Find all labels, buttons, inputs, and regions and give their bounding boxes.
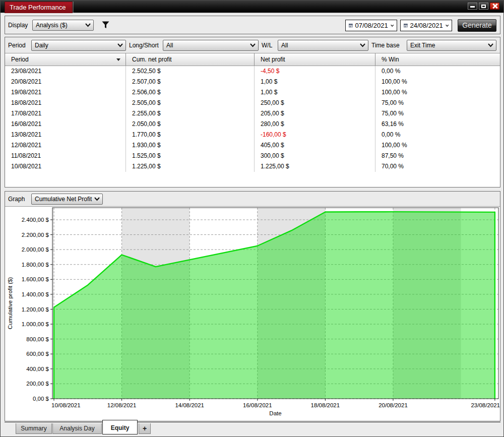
graph-panel: Graph Cumulative Net Profit 0,00 $200,00… (5, 191, 500, 421)
table-row[interactable]: 17/08/20212.255,00 $205,00 $75,00 % (5, 108, 500, 119)
table-cell: 0,00 % (375, 66, 500, 77)
y-tick-label: 1.600,00 $ (22, 276, 49, 282)
display-label: Display (8, 20, 28, 31)
close-icon (492, 4, 497, 9)
title-bar: Trade Performance (1, 1, 503, 13)
timebase-filter-dropdown[interactable]: Exit Time (407, 40, 496, 51)
period-filter-label: Period (8, 40, 26, 51)
y-tick-label: 2.400,00 $ (22, 217, 49, 223)
column-header-cum-net-profit[interactable]: Cum. net profit (126, 53, 255, 66)
y-tick-label: 600,00 $ (26, 351, 49, 357)
graph-type-dropdown[interactable]: Cumulative Net Profit (31, 194, 103, 205)
period-filter-dropdown[interactable]: Daily (31, 40, 126, 51)
table-cell: 1.770,00 $ (126, 130, 255, 140)
tab-summary[interactable]: Summary (16, 423, 52, 434)
table-cell: 2.255,00 $ (126, 108, 255, 119)
table-cell: 11/08/2021 (5, 151, 126, 161)
tab-equity[interactable]: Equity (102, 420, 138, 434)
table-cell: 2.502,50 $ (126, 66, 255, 77)
sort-desc-icon (116, 58, 120, 61)
table-cell: 12/08/2021 (5, 140, 126, 151)
table-cell: 100,00 % (375, 87, 500, 98)
table-row[interactable]: 23/08/20212.502,50 $-4,50 $0,00 % (5, 66, 500, 77)
chevron-down-icon (250, 43, 256, 47)
maximize-icon (481, 5, 486, 8)
column-header-net-profit[interactable]: Net profit (255, 53, 375, 66)
table-cell: 2.507,00 $ (126, 77, 255, 87)
tab-analysis-day[interactable]: Analysis Day (52, 423, 102, 434)
graph-label: Graph (8, 194, 25, 205)
wl-filter-label: W/L (262, 40, 272, 51)
bottom-tab-bar: Summary Analysis Day Equity + (5, 422, 500, 435)
table-cell: 10/08/2021 (5, 161, 126, 172)
table-cell: 100,00 % (375, 140, 500, 151)
table-body: 23/08/20212.502,50 $-4,50 $0,00 %20/08/2… (5, 66, 500, 172)
table-cell: 19/08/2021 (5, 87, 126, 98)
x-tick-label: 18/08/2021 (311, 402, 340, 408)
column-header-pct-win[interactable]: % Win (375, 53, 500, 66)
table-row[interactable]: 11/08/20211.525,00 $300,00 $87,50 % (5, 151, 500, 161)
graph-toolbar: Graph Cumulative Net Profit (5, 192, 500, 207)
add-tab-button[interactable]: + (139, 423, 151, 434)
calendar-icon (349, 22, 353, 29)
table-cell: 16/08/2021 (5, 119, 126, 130)
filter-icon[interactable] (102, 21, 109, 29)
table-cell: 2.050,00 $ (126, 119, 255, 130)
x-tick-label: 23/08/2021 (471, 402, 500, 408)
minimize-button[interactable] (468, 3, 477, 10)
chevron-down-icon (360, 43, 365, 47)
y-tick-label: 800,00 $ (26, 336, 49, 342)
close-button[interactable] (490, 3, 499, 10)
x-tick-label: 20/08/2021 (379, 402, 408, 408)
table-cell: 75,00 % (375, 108, 500, 119)
date-to-picker[interactable]: 24/08/2021 (400, 20, 452, 31)
chevron-down-icon (488, 43, 493, 47)
table-cell: 405,00 $ (255, 140, 375, 151)
table-cell: 18/08/2021 (5, 98, 126, 108)
x-tick-label: 14/08/2021 (175, 402, 204, 408)
date-from-value: 07/08/2021 (355, 22, 388, 29)
y-tick-label: 1.400,00 $ (22, 291, 49, 297)
x-axis-title: Date (269, 410, 281, 416)
analysis-table-panel: Period Daily Long/Short All W/L All Time… (5, 37, 500, 188)
chevron-down-icon (391, 24, 394, 28)
table-row[interactable]: 18/08/20212.505,00 $250,00 $75,00 % (5, 98, 500, 108)
table-cell: 280,00 $ (255, 119, 375, 130)
table-cell: 1.930,00 $ (126, 140, 255, 151)
wl-filter-dropdown[interactable]: All (278, 40, 368, 51)
table-row[interactable]: 12/08/20211.930,00 $405,00 $100,00 % (5, 140, 500, 151)
table-cell: 100,00 % (375, 77, 500, 87)
chevron-down-icon (117, 43, 123, 47)
date-from-picker[interactable]: 07/08/2021 (345, 20, 397, 31)
longshort-filter-dropdown[interactable]: All (163, 40, 259, 51)
minimize-icon (470, 6, 475, 8)
chevron-down-icon (94, 197, 100, 201)
table-row[interactable]: 16/08/20212.050,00 $280,00 $63,16 % (5, 119, 500, 130)
table-row[interactable]: 20/08/20212.507,00 $1,00 $100,00 % (5, 77, 500, 87)
table-cell: 0,00 % (375, 130, 500, 140)
table-cell: -4,50 $ (255, 66, 375, 77)
table-row[interactable]: 10/08/20211.225,00 $1.225,00 $70,00 % (5, 161, 500, 172)
table-row[interactable]: 13/08/20211.770,00 $-160,00 $0,00 % (5, 130, 500, 140)
y-tick-label: 400,00 $ (26, 366, 49, 372)
table-row[interactable]: 19/08/20212.506,00 $1,00 $100,00 % (5, 87, 500, 98)
main-toolbar: Display Analysis ($) 07/08/2021 24/08/20… (5, 16, 500, 34)
table-cell: 300,00 $ (255, 151, 375, 161)
filter-bar: Period Daily Long/Short All W/L All Time… (5, 37, 500, 53)
table-cell: 63,16 % (375, 119, 500, 130)
x-tick-label: 16/08/2021 (243, 402, 272, 408)
column-header-period[interactable]: Period (5, 53, 126, 66)
longshort-filter-label: Long/Short (129, 40, 159, 51)
table-cell: 23/08/2021 (5, 66, 126, 77)
maximize-button[interactable] (479, 3, 488, 10)
display-dropdown[interactable]: Analysis ($) (32, 20, 94, 31)
table-cell: 13/08/2021 (5, 130, 126, 140)
chevron-down-icon (85, 23, 91, 27)
calendar-icon (404, 22, 408, 29)
generate-button[interactable]: Generate (458, 19, 496, 32)
trade-performance-window: Trade Performance Display Analysis ($) 0… (0, 0, 504, 437)
table-cell: 70,00 % (375, 161, 500, 172)
window-controls (468, 3, 499, 10)
table-cell: 87,50 % (375, 151, 500, 161)
table-cell: 17/08/2021 (5, 108, 126, 119)
